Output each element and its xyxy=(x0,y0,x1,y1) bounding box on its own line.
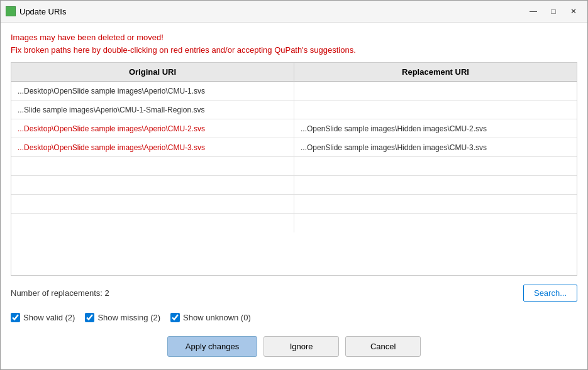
warning-line1: Images may have been deleted or moved! xyxy=(11,31,577,44)
table-empty-row xyxy=(11,214,577,232)
maximize-button[interactable]: □ xyxy=(545,4,562,18)
show-missing-label[interactable]: Show missing (2) xyxy=(85,313,160,322)
table-header-row: Original URI Replacement URI xyxy=(11,63,577,82)
empty-replacement-cell xyxy=(294,195,577,214)
replacement-uri-cell: ...OpenSlide sample images\Hidden images… xyxy=(294,138,577,157)
apply-changes-button[interactable]: Apply changes xyxy=(167,336,257,357)
window-controls: — □ ✕ xyxy=(524,4,582,18)
col-header-replacement: Replacement URI xyxy=(294,63,577,82)
warning-line2: Fix broken paths here by double-clicking… xyxy=(11,44,577,57)
show-unknown-checkbox[interactable] xyxy=(170,313,180,322)
replacement-uri-cell: ...OpenSlide sample images\Hidden images… xyxy=(294,119,577,138)
table-empty-row xyxy=(11,176,577,195)
window-title: Update URIs xyxy=(19,7,524,16)
cancel-button[interactable]: Cancel xyxy=(345,336,421,357)
show-missing-checkbox[interactable] xyxy=(85,313,94,322)
action-buttons-row: Apply changes Ignore Cancel xyxy=(11,331,577,361)
empty-replacement-cell xyxy=(294,176,577,195)
table-row[interactable]: ...Desktop\OpenSlide sample images\Aperi… xyxy=(11,119,577,138)
table-body: ...Desktop\OpenSlide sample images\Aperi… xyxy=(11,82,577,232)
show-valid-text: Show valid (2) xyxy=(23,313,75,322)
empty-replacement-cell xyxy=(294,214,577,232)
empty-original-cell xyxy=(11,214,294,232)
show-valid-label[interactable]: Show valid (2) xyxy=(11,313,75,322)
app-icon xyxy=(6,6,16,16)
table-row[interactable]: ...Slide sample images\Aperio\CMU-1-Smal… xyxy=(11,101,577,119)
ignore-button[interactable]: Ignore xyxy=(263,336,339,357)
table-row[interactable]: ...Desktop\OpenSlide sample images\Aperi… xyxy=(11,138,577,157)
uri-table-wrapper: Original URI Replacement URI ...Desktop\… xyxy=(11,62,577,276)
table-empty-row xyxy=(11,195,577,214)
empty-original-cell xyxy=(11,195,294,214)
original-uri-cell: ...Desktop\OpenSlide sample images\Aperi… xyxy=(11,82,294,101)
empty-original-cell xyxy=(11,176,294,195)
original-uri-cell: ...Slide sample images\Aperio\CMU-1-Smal… xyxy=(11,101,294,119)
show-valid-checkbox[interactable] xyxy=(11,313,20,322)
replacement-uri-cell xyxy=(294,101,577,119)
col-header-original: Original URI xyxy=(11,63,294,82)
show-unknown-label[interactable]: Show unknown (0) xyxy=(170,313,251,322)
minimize-button[interactable]: — xyxy=(524,4,542,18)
replacements-count: Number of replacements: 2 xyxy=(11,288,109,298)
search-button[interactable]: Search... xyxy=(523,285,577,302)
show-unknown-text: Show unknown (0) xyxy=(183,313,251,322)
checkboxes-row: Show valid (2) Show missing (2) Show unk… xyxy=(11,310,577,325)
title-bar: Update URIs — □ ✕ xyxy=(1,1,587,23)
original-uri-cell: ...Desktop\OpenSlide sample images\Aperi… xyxy=(11,119,294,138)
original-uri-cell: ...Desktop\OpenSlide sample images\Aperi… xyxy=(11,138,294,157)
bottom-bar: Number of replacements: 2 Search... xyxy=(11,282,577,304)
replacement-uri-cell xyxy=(294,82,577,101)
uri-table: Original URI Replacement URI ...Desktop\… xyxy=(11,63,577,232)
table-row[interactable]: ...Desktop\OpenSlide sample images\Aperi… xyxy=(11,82,577,101)
warning-text: Images may have been deleted or moved! F… xyxy=(11,31,577,56)
main-content: Images may have been deleted or moved! F… xyxy=(1,23,587,369)
close-button[interactable]: ✕ xyxy=(565,4,582,18)
table-empty-row xyxy=(11,157,577,176)
update-uris-window: Update URIs — □ ✕ Images may have been d… xyxy=(0,0,588,370)
show-missing-text: Show missing (2) xyxy=(97,313,160,322)
empty-original-cell xyxy=(11,157,294,176)
empty-replacement-cell xyxy=(294,157,577,176)
